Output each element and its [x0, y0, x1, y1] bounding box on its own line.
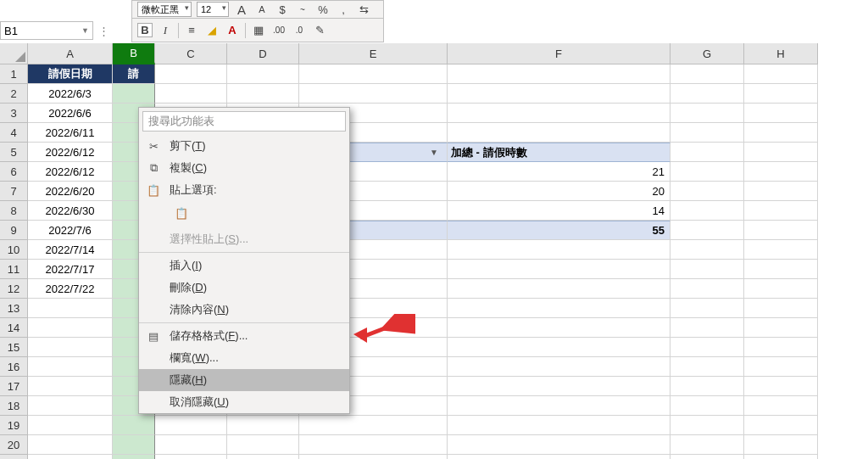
cell-F1[interactable] — [448, 64, 670, 84]
cell-B19[interactable] — [113, 416, 155, 435]
cell-F8[interactable]: 14 — [448, 201, 670, 221]
row-header-19[interactable]: 19 — [0, 416, 28, 435]
cell-H8[interactable] — [744, 201, 818, 221]
cell-F13[interactable] — [448, 299, 670, 318]
cell-G4[interactable] — [670, 123, 744, 143]
cell-A4[interactable]: 2022/6/11 — [28, 123, 113, 143]
menu-item-unhide[interactable]: 取消隱藏(U) — [139, 391, 349, 413]
cell-F12[interactable] — [448, 279, 670, 299]
menu-search-input[interactable]: 搜尋此功能表 — [142, 111, 346, 132]
cell-A21[interactable] — [28, 455, 113, 459]
cell-B1[interactable]: 請 — [113, 64, 155, 84]
column-header-E[interactable]: E — [299, 43, 448, 64]
row-header-16[interactable]: 16 — [0, 357, 28, 377]
fill-color-icon[interactable]: ◢ — [204, 24, 220, 36]
font-size-combo[interactable]: 12 — [197, 2, 229, 17]
name-box[interactable]: B1 ▼ — [0, 21, 93, 40]
cell-H20[interactable] — [744, 435, 818, 455]
cell-F21[interactable] — [448, 455, 670, 459]
row-header-7[interactable]: 7 — [0, 182, 28, 201]
cell-A14[interactable] — [28, 318, 113, 338]
cell-F14[interactable] — [448, 318, 670, 338]
align-icon[interactable]: ≡ — [184, 24, 199, 36]
column-header-H[interactable]: H — [744, 43, 818, 64]
column-header-B[interactable]: B — [113, 43, 155, 64]
currency-icon[interactable]: $ — [275, 3, 290, 16]
cell-E2[interactable] — [299, 84, 448, 104]
cell-G15[interactable] — [670, 338, 744, 357]
cell-A6[interactable]: 2022/6/12 — [28, 162, 113, 182]
cell-E21[interactable] — [299, 455, 448, 459]
column-header-A[interactable]: A — [28, 43, 113, 64]
cell-F7[interactable]: 20 — [448, 182, 670, 201]
cell-A5[interactable]: 2022/6/12 — [28, 143, 113, 162]
row-header-13[interactable]: 13 — [0, 299, 28, 318]
cell-A9[interactable]: 2022/7/6 — [28, 221, 113, 240]
menu-item-cut[interactable]: ✂ 剪下(T) — [139, 135, 349, 157]
cell-H19[interactable] — [744, 416, 818, 435]
borders-icon[interactable]: ▦ — [251, 24, 266, 36]
cell-G17[interactable] — [670, 377, 744, 396]
cell-H17[interactable] — [744, 377, 818, 396]
filter-dropdown-icon[interactable]: ▼ — [430, 148, 443, 157]
cell-F17[interactable] — [448, 377, 670, 396]
cell-A3[interactable]: 2022/6/6 — [28, 104, 113, 123]
cell-H13[interactable] — [744, 299, 818, 318]
percent-icon[interactable]: % — [315, 3, 331, 16]
cell-A17[interactable] — [28, 377, 113, 396]
cell-G13[interactable] — [670, 299, 744, 318]
cell-G21[interactable] — [670, 455, 744, 459]
cell-C20[interactable] — [155, 435, 227, 455]
cell-G10[interactable] — [670, 240, 744, 260]
cell-H4[interactable] — [744, 123, 818, 143]
cell-G19[interactable] — [670, 416, 744, 435]
row-header-4[interactable]: 4 — [0, 123, 28, 143]
cell-C2[interactable] — [155, 84, 227, 104]
row-header-1[interactable]: 1 — [0, 64, 28, 84]
row-header-9[interactable]: 9 — [0, 221, 28, 240]
cell-A2[interactable]: 2022/6/3 — [28, 84, 113, 104]
cell-A13[interactable] — [28, 299, 113, 318]
row-header-2[interactable]: 2 — [0, 84, 28, 104]
cell-F5[interactable]: 加總 - 請假時數 — [448, 143, 670, 162]
font-color-icon[interactable]: A — [225, 24, 240, 36]
cell-D19[interactable] — [227, 416, 299, 435]
cell-A15[interactable] — [28, 338, 113, 357]
cell-F4[interactable] — [448, 123, 670, 143]
paste-option-button[interactable]: 📋 — [170, 203, 193, 223]
cell-F9[interactable]: 55 — [448, 221, 670, 240]
cell-H6[interactable] — [744, 162, 818, 182]
row-header-17[interactable]: 17 — [0, 377, 28, 396]
cell-F20[interactable] — [448, 435, 670, 455]
menu-item-copy[interactable]: ⧉ 複製(C) — [139, 157, 349, 179]
row-header-11[interactable]: 11 — [0, 260, 28, 279]
cell-H5[interactable] — [744, 143, 818, 162]
cell-D21[interactable] — [227, 455, 299, 459]
cell-G2[interactable] — [670, 84, 744, 104]
increase-font-icon[interactable]: A — [234, 3, 249, 17]
cell-F15[interactable] — [448, 338, 670, 357]
cell-F19[interactable] — [448, 416, 670, 435]
cell-H2[interactable] — [744, 84, 818, 104]
row-header-20[interactable]: 20 — [0, 435, 28, 455]
wrap-text-icon[interactable]: ⇆ — [356, 3, 371, 16]
cell-H10[interactable] — [744, 240, 818, 260]
row-header-12[interactable]: 12 — [0, 279, 28, 299]
decimal-dec-icon[interactable]: .0 — [292, 25, 307, 35]
cell-A16[interactable] — [28, 357, 113, 377]
bold-button[interactable]: B — [137, 23, 153, 37]
row-header-3[interactable]: 3 — [0, 104, 28, 123]
cell-F10[interactable] — [448, 240, 670, 260]
cell-H14[interactable] — [744, 318, 818, 338]
cell-F6[interactable]: 21 — [448, 162, 670, 182]
cell-D2[interactable] — [227, 84, 299, 104]
cell-F18[interactable] — [448, 396, 670, 416]
row-header-21[interactable]: 21 — [0, 455, 28, 459]
menu-item-format-cells[interactable]: ▤ 儲存格格式(F)... — [139, 325, 349, 347]
italic-button[interactable]: I — [158, 24, 173, 37]
cell-E1[interactable] — [299, 64, 448, 84]
column-header-D[interactable]: D — [227, 43, 299, 64]
cell-A19[interactable] — [28, 416, 113, 435]
cell-A18[interactable] — [28, 396, 113, 416]
cell-C19[interactable] — [155, 416, 227, 435]
